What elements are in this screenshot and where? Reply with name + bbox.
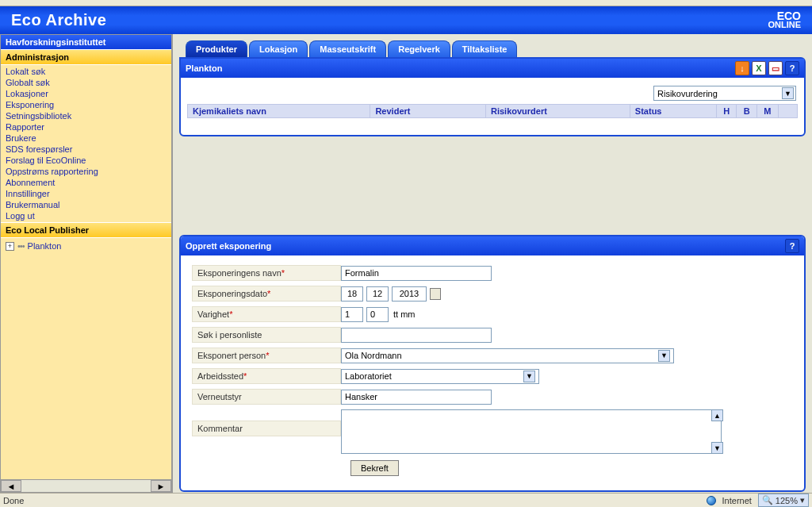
col-blank <box>778 105 797 118</box>
sidebar-link[interactable]: Brukermanual <box>1 199 171 210</box>
zoom-icon: 🔍 <box>762 495 773 505</box>
col-h[interactable]: H <box>717 105 737 118</box>
duration-minutes-input[interactable] <box>366 307 389 322</box>
date-day-input[interactable] <box>341 286 363 302</box>
duration-hours-input[interactable] <box>341 307 363 322</box>
help-icon[interactable]: ? <box>785 239 799 253</box>
date-year-input[interactable] <box>392 286 427 302</box>
filter-select[interactable]: Risikovurdering ▼ <box>653 86 796 101</box>
col-b[interactable]: B <box>737 105 756 118</box>
filter-select-value: Risikovurdering <box>657 89 718 98</box>
sidebar-link[interactable]: Brukere <box>1 133 171 144</box>
tree: + ••• Plankton <box>1 238 171 254</box>
scroll-right-icon[interactable]: ► <box>151 480 171 492</box>
sidebar-link[interactable]: Eksponering <box>1 99 171 110</box>
sidebar-org-header: Havforskningsinstituttet <box>1 35 171 49</box>
sidebar-link[interactable]: Setningsbibliotek <box>1 110 171 121</box>
protective-gear-input[interactable] <box>341 390 492 405</box>
col-chemname[interactable]: Kjemikaliets navn <box>188 105 370 118</box>
scroll-left-icon[interactable]: ◄ <box>1 480 21 492</box>
sidebar-link[interactable]: Rapporter <box>1 121 171 133</box>
comment-textarea[interactable] <box>341 409 722 454</box>
duration-unit-label: tt mm <box>393 309 416 319</box>
tab-lokasjon[interactable]: Lokasjon <box>249 40 308 57</box>
col-risikovurdert[interactable]: Risikovurdert <box>485 105 630 118</box>
products-panel-title: Plankton <box>186 63 222 73</box>
sidebar-link[interactable]: Lokalt søk <box>1 66 171 77</box>
scroll-track[interactable] <box>21 480 151 492</box>
label-duration: Varighet* <box>192 306 341 322</box>
tab-masseutskrift[interactable]: Masseutskrift <box>309 40 386 57</box>
date-picker-button[interactable] <box>430 288 441 300</box>
tree-dots-icon: ••• <box>17 241 25 251</box>
products-table: Kjemikaliets navn Revidert Risikovurdert… <box>187 104 798 118</box>
excel-export-icon[interactable]: X <box>752 61 766 75</box>
sidebar-link[interactable]: Abonnement <box>1 177 171 188</box>
label-comment: Kommentar <box>192 421 341 436</box>
zoom-value: 125% <box>776 496 798 505</box>
security-zone-label: Internet <box>722 496 752 505</box>
brand-logo: ECO ONLINE <box>768 12 801 29</box>
exposure-name-input[interactable] <box>341 266 492 281</box>
confirm-button[interactable]: Bekreft <box>350 460 399 476</box>
col-revidert[interactable]: Revidert <box>370 105 486 118</box>
label-exposure-date: Eksponeringsdato* <box>192 286 341 302</box>
app-header: Eco Archive ECO ONLINE <box>0 6 812 35</box>
sidebar-links: Lokalt søk Globalt søk Lokasjoner Ekspon… <box>1 65 171 222</box>
exposed-person-value: Ola Nordmann <box>345 351 402 360</box>
person-search-input[interactable] <box>341 328 492 343</box>
scroll-up-icon[interactable]: ▲ <box>711 409 723 421</box>
workplace-value: Laboratoriet <box>345 371 392 381</box>
chevron-down-icon: ▼ <box>782 87 794 99</box>
sidebar-section-administrasjon[interactable]: Administrasjon <box>1 49 171 65</box>
chevron-down-icon: ▼ <box>658 350 670 362</box>
sidebar-link[interactable]: Innstillinger <box>1 188 171 199</box>
tab-regelverk[interactable]: Regelverk <box>388 40 450 57</box>
chevron-down-icon: ▼ <box>523 371 535 382</box>
pdf-export-icon[interactable]: ▭ <box>768 61 783 75</box>
sidebar-link[interactable]: SDS forespørsler <box>1 144 171 155</box>
scroll-down-icon[interactable]: ▼ <box>711 442 723 454</box>
label-workplace: Arbeidssted* <box>192 368 341 384</box>
globe-icon <box>707 496 716 505</box>
label-exposure-name: Eksponeringens navn* <box>192 265 341 281</box>
label-exposed-person: Eksponert person* <box>192 348 341 363</box>
sidebar-link[interactable]: Lokasjoner <box>1 88 171 99</box>
zoom-control[interactable]: 🔍 125% ▾ <box>758 494 809 507</box>
tab-tiltaksliste[interactable]: Tiltaksliste <box>452 40 518 57</box>
sidebar-link[interactable]: Logg ut <box>1 210 171 221</box>
chevron-down-icon: ▾ <box>800 495 805 505</box>
sidebar-link[interactable]: Globalt søk <box>1 77 171 88</box>
help-icon[interactable]: ? <box>785 61 799 75</box>
browser-toolbar-stub <box>0 0 812 6</box>
col-m[interactable]: M <box>756 105 778 118</box>
sidebar: Havforskningsinstituttet Administrasjon … <box>0 34 173 493</box>
status-bar: Done Internet 🔍 125% ▾ <box>0 493 812 507</box>
workplace-select[interactable]: Laboratoriet ▼ <box>341 369 539 384</box>
exposure-form-title: Opprett eksponering <box>186 241 271 251</box>
sidebar-section-publisher[interactable]: Eco Local Publisher <box>1 222 171 238</box>
sidebar-horizontal-scrollbar[interactable]: ◄ ► <box>1 479 171 492</box>
label-person-search: Søk i personliste <box>192 327 341 343</box>
status-left: Done <box>3 496 24 505</box>
download-icon[interactable]: ↓ <box>735 61 749 75</box>
exposure-form-panel: Opprett eksponering ? Eksponeringens nav… <box>179 235 806 492</box>
col-status[interactable]: Status <box>630 105 716 118</box>
content-area: Produkter Lokasjon Masseutskrift Regelve… <box>173 34 812 493</box>
products-panel: Plankton ↓ X ▭ ? Risikovurdering ▼ <box>179 57 806 136</box>
tree-expand-icon[interactable]: + <box>6 242 14 251</box>
tab-row: Produkter Lokasjon Masseutskrift Regelve… <box>179 40 806 57</box>
app-title: Eco Archive <box>11 11 106 29</box>
sidebar-link[interactable]: Forslag til EcoOnline <box>1 155 171 166</box>
exposed-person-select[interactable]: Ola Nordmann ▼ <box>341 348 674 363</box>
tab-produkter[interactable]: Produkter <box>186 40 247 57</box>
tree-item-plankton[interactable]: Plankton <box>28 241 62 251</box>
sidebar-link[interactable]: Oppstrøms rapportering <box>1 166 171 177</box>
label-protective-gear: Verneutstyr <box>192 389 341 405</box>
date-month-input[interactable] <box>366 286 389 302</box>
